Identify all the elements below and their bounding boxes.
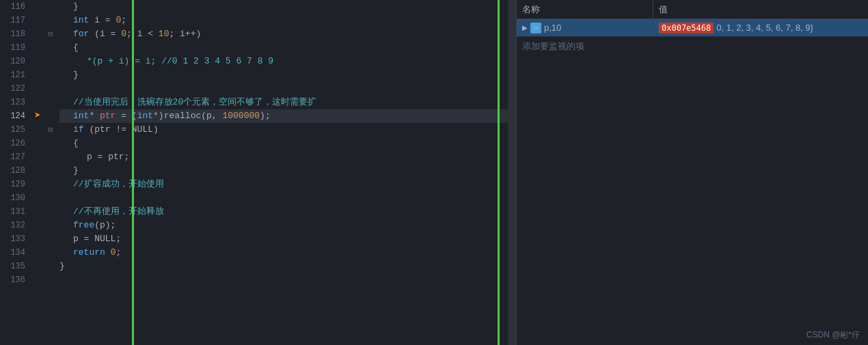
line-number: 119: [0, 41, 25, 55]
code-token: );: [260, 111, 271, 121]
fold-marker[interactable]: ⊟: [44, 27, 57, 41]
code-token: return: [73, 247, 105, 258]
watch-type-icon: ⇒: [530, 23, 541, 33]
fold-marker: [44, 219, 57, 232]
fold-marker: [44, 150, 57, 164]
gutter-line: [31, 260, 44, 273]
code-token: (ptr != NULL): [84, 124, 159, 135]
line-number: 126: [0, 137, 25, 150]
code-token: if: [73, 124, 84, 135]
code-line: [59, 273, 508, 287]
line-number: 128: [0, 164, 25, 178]
code-line: //不再使用，开始释放: [59, 205, 508, 219]
code-token: *: [89, 111, 100, 121]
line-number: 123: [0, 96, 25, 109]
line-number: 116: [0, 0, 25, 14]
gutter-line: [31, 82, 44, 96]
gutter-line: [31, 191, 44, 205]
code-token: 0: [121, 29, 126, 39]
gutter-line: [31, 219, 44, 232]
exec-arrow-icon: ➤: [34, 110, 41, 122]
green-bar-left: [132, 0, 134, 345]
code-line: for (i = 0; i < 10; i++): [59, 27, 508, 41]
code-line: p = ptr;: [59, 150, 508, 164]
line-number: 117: [0, 14, 25, 27]
fold-marker: [44, 232, 57, 246]
code-token: }: [73, 165, 79, 176]
gutter-line: [31, 27, 44, 41]
fold-marker: [44, 273, 57, 287]
line-number: 127: [0, 150, 25, 164]
gutter-line: [31, 273, 44, 287]
code-token: ; i++): [169, 29, 201, 39]
gutter-line: [31, 68, 44, 82]
code-line: free(p);: [59, 219, 508, 232]
code-line: *(p + i) = i; //0 1 2 3 4 5 6 7 8 9: [59, 55, 508, 68]
line-number: 130: [0, 191, 25, 205]
line-number: 136: [0, 273, 25, 287]
code-token: //当使用完后，洗碗存放20个元素，空间不够了，这时需要扩: [73, 97, 316, 107]
line-number: 133: [0, 232, 25, 246]
code-token: p = NULL;: [73, 234, 121, 244]
code-line: return 0;: [59, 246, 508, 260]
fold-marker: [44, 96, 57, 109]
code-line: [59, 191, 508, 205]
code-line: {: [59, 41, 508, 55]
gutter-line: ➤: [31, 109, 44, 123]
fold-marker: [44, 82, 57, 96]
scroll-indicator[interactable]: [508, 0, 516, 345]
gutter-line: [31, 55, 44, 68]
line-number: 134: [0, 246, 25, 260]
watch-panel: 名称 值 ▶⇒p,100x007e54680, 1, 2, 3, 4, 5, 6…: [516, 0, 868, 345]
code-token: }: [59, 261, 65, 271]
code-token: ;: [116, 247, 121, 258]
code-line: }: [59, 164, 508, 178]
code-token: int: [73, 111, 89, 121]
watch-variable-name: p,10: [544, 23, 561, 33]
code-line: int* ptr = (int*)realloc(p, 1000000);: [59, 109, 508, 123]
watch-row[interactable]: ▶⇒p,100x007e54680, 1, 2, 3, 4, 5, 6, 7, …: [517, 19, 868, 37]
watch-add-row[interactable]: 添加要监视的项: [517, 37, 868, 56]
code-token: }: [73, 1, 79, 12]
code-token: [105, 247, 111, 258]
code-line: [59, 82, 508, 96]
gutter-line: [31, 205, 44, 219]
watch-cell-value: 0x007e54680, 1, 2, 3, 4, 5, 6, 7, 8, 9}: [653, 20, 868, 36]
gutter-line: [31, 0, 44, 14]
line-number: 121: [0, 68, 25, 82]
gutter-line: [31, 96, 44, 109]
green-bar-right: [498, 0, 500, 345]
gutter-line: [31, 178, 44, 191]
code-token: //扩容成功，开始使用: [73, 179, 164, 189]
fold-marker: [44, 109, 57, 123]
line-number: 135: [0, 260, 25, 273]
fold-marker: [44, 191, 57, 205]
fold-marker: [44, 55, 57, 68]
code-line: }: [59, 0, 508, 14]
code-token: }: [73, 70, 79, 80]
fold-marker[interactable]: ⊟: [44, 123, 57, 137]
gutter-line: [31, 232, 44, 246]
code-token: int: [137, 111, 153, 121]
gutter-line: [31, 150, 44, 164]
gutter-line: [31, 246, 44, 260]
line-number: 129: [0, 178, 25, 191]
fold-marker: [44, 137, 57, 150]
code-token: i =: [89, 15, 116, 25]
code-token: *(p + i) = i; //0 1 2 3 4 5 6 7 8 9: [87, 56, 273, 66]
code-lines: }int i = 0;for (i = 0; i < 10; i++){*(p …: [57, 0, 508, 345]
fold-marker: [44, 68, 57, 82]
watch-value-text: 0, 1, 2, 3, 4, 5, 6, 7, 8, 9}: [716, 23, 813, 33]
code-line: }: [59, 68, 508, 82]
code-token: ;: [121, 15, 126, 25]
fold-marker: [44, 246, 57, 260]
watermark: CSDN @彬*仔: [806, 329, 860, 341]
fold-marker: [44, 260, 57, 273]
code-token: //不再使用，开始释放: [73, 206, 164, 217]
code-panel: 1161171181191201211221231241251261271281…: [0, 0, 516, 345]
code-token: 10: [159, 29, 169, 39]
gutter-line: [31, 14, 44, 27]
watch-header: 名称 值: [517, 0, 868, 19]
expand-icon[interactable]: ▶: [522, 24, 528, 31]
code-token: {: [73, 138, 79, 148]
